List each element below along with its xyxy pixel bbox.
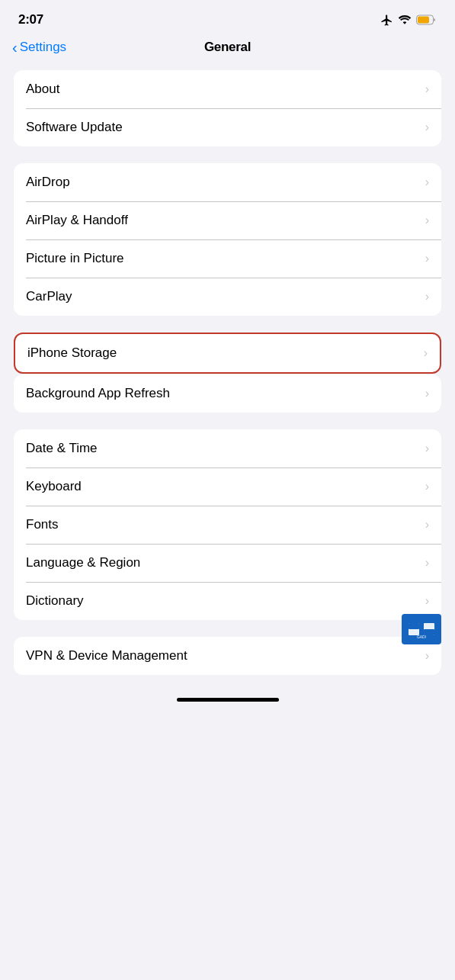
vpn-device-management-label: VPN & Device Management [26, 648, 187, 664]
about-row[interactable]: About › [14, 70, 441, 108]
iphone-storage-card: iPhone Storage › [14, 333, 441, 374]
battery-icon [416, 14, 437, 25]
picture-in-picture-chevron-icon: › [425, 252, 429, 265]
status-bar: 2:07 [0, 0, 455, 34]
fonts-label: Fonts [26, 517, 59, 532]
carplay-label: CarPlay [26, 289, 72, 304]
settings-content: About › Software Update › AirDrop › AirP… [0, 64, 455, 732]
background-app-refresh-card: Background App Refresh › [14, 374, 441, 413]
home-indicator [0, 692, 455, 709]
dictionary-label: Dictionary [26, 593, 84, 609]
section-about: About › Software Update › [14, 70, 441, 146]
vpn-device-management-chevron-icon: › [425, 649, 429, 663]
back-chevron-icon: ‹ [12, 40, 18, 55]
dictionary-row[interactable]: Dictionary › [14, 582, 441, 620]
iphone-storage-row[interactable]: iPhone Storage › [15, 334, 440, 372]
section-vpn: VPN & Device Management › [14, 637, 441, 675]
airdrop-row[interactable]: AirDrop › [14, 163, 441, 201]
fonts-row[interactable]: Fonts › [14, 506, 441, 544]
airplay-handoff-row[interactable]: AirPlay & Handoff › [14, 201, 441, 239]
svg-rect-4 [409, 623, 419, 629]
software-update-label: Software Update [26, 120, 123, 135]
keyboard-row[interactable]: Keyboard › [14, 468, 441, 506]
section-preferences: Date & Time › Keyboard › Fonts › Languag… [14, 429, 441, 620]
software-update-row[interactable]: Software Update › [14, 108, 441, 146]
background-app-refresh-row[interactable]: Background App Refresh › [14, 374, 441, 413]
iphone-storage-label: iPhone Storage [27, 345, 117, 361]
airdrop-label: AirDrop [26, 175, 70, 190]
language-region-row[interactable]: Language & Region › [14, 544, 441, 582]
status-icons [380, 14, 437, 27]
status-time: 2:07 [18, 12, 43, 27]
iphone-storage-chevron-icon: › [424, 346, 428, 360]
language-region-chevron-icon: › [425, 556, 429, 570]
svg-rect-1 [418, 17, 429, 24]
vpn-device-management-row[interactable]: VPN & Device Management › [14, 637, 441, 675]
date-time-chevron-icon: › [425, 442, 429, 455]
fonts-chevron-icon: › [425, 518, 429, 532]
keyboard-chevron-icon: › [425, 480, 429, 493]
carplay-row[interactable]: CarPlay › [14, 278, 441, 316]
date-time-row[interactable]: Date & Time › [14, 429, 441, 468]
software-update-chevron-icon: › [425, 120, 429, 134]
picture-in-picture-row[interactable]: Picture in Picture › [14, 239, 441, 278]
picture-in-picture-label: Picture in Picture [26, 251, 124, 266]
airplay-handoff-label: AirPlay & Handoff [26, 213, 128, 228]
back-button[interactable]: ‹ Settings [12, 40, 66, 55]
section-storage-container: iPhone Storage › Background App Refresh … [14, 333, 441, 413]
home-bar [177, 698, 279, 702]
back-label: Settings [20, 40, 66, 55]
section-connectivity: AirDrop › AirPlay & Handoff › Picture in… [14, 163, 441, 316]
background-app-refresh-label: Background App Refresh [26, 386, 170, 401]
about-chevron-icon: › [425, 82, 429, 96]
wifi-icon [398, 14, 412, 25]
keyboard-label: Keyboard [26, 479, 82, 494]
date-time-label: Date & Time [26, 441, 98, 456]
dictionary-chevron-icon: › [425, 594, 429, 608]
page-title: General [204, 40, 251, 55]
airplane-icon [380, 14, 393, 27]
carplay-chevron-icon: › [425, 290, 429, 304]
about-label: About [26, 82, 59, 97]
airplay-handoff-chevron-icon: › [425, 214, 429, 227]
nav-bar: ‹ Settings General [0, 34, 455, 64]
language-region-label: Language & Region [26, 555, 140, 570]
airdrop-chevron-icon: › [425, 175, 429, 189]
background-app-refresh-chevron-icon: › [425, 387, 429, 400]
